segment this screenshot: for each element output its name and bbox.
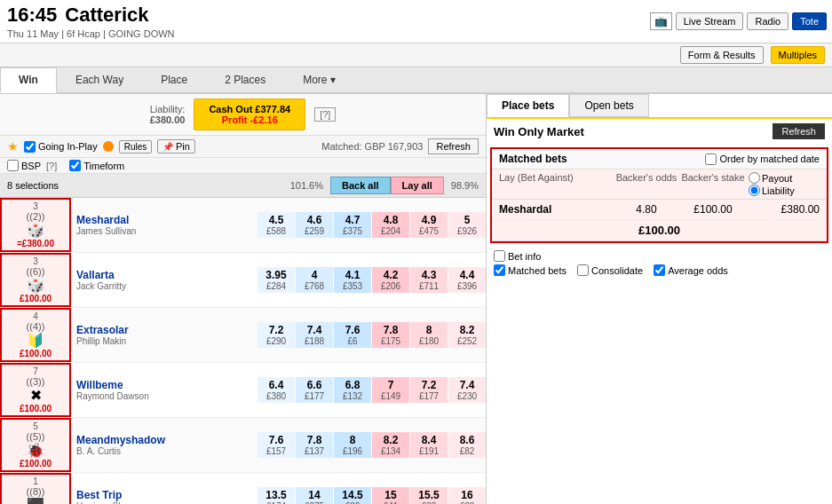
lay-odds-2[interactable]: 8.4 £191 xyxy=(410,432,448,458)
bets-panel: Place bets Open bets Win Only Market Ref… xyxy=(486,94,832,504)
star-icon[interactable]: ★ xyxy=(7,139,19,154)
lay-odds-2[interactable]: 7.2 £177 xyxy=(410,377,448,403)
tab-open-bets[interactable]: Open bets xyxy=(569,94,648,117)
tab-place-bets[interactable]: Place bets xyxy=(487,94,569,117)
bet-stake-value: £100.00 xyxy=(677,203,749,216)
back-odds-2[interactable]: 7.8 £137 xyxy=(296,432,333,458)
runner-details: Willbeme Raymond Dawson xyxy=(71,377,258,403)
runner-icon: ⬛ xyxy=(5,497,66,504)
race-date: Thu 11 May xyxy=(7,28,59,39)
lay-odds-3[interactable]: 8.2 £252 xyxy=(448,322,486,348)
back-odds-1[interactable]: 4.7 £375 xyxy=(334,212,371,238)
back-odds-2[interactable]: 4 £768 xyxy=(296,267,333,293)
market-panel: Liability: £380.00 Cash Out £377.84 Prof… xyxy=(0,94,486,504)
live-stream-button[interactable]: Live Stream xyxy=(676,12,744,30)
odds-grid: 4.5 £588 4.6 £259 4.7 £375 4.8 £204 4.9 xyxy=(258,212,486,238)
lay-odds-2[interactable]: 8 £180 xyxy=(410,322,448,348)
lay-odds-2[interactable]: 15.5 £33 xyxy=(410,487,448,504)
tab-win[interactable]: Win xyxy=(0,67,57,93)
cashout-button[interactable]: Cash Out £377.84 Profit -£2.16 xyxy=(194,98,305,130)
bet-info-checkbox[interactable]: Bet info xyxy=(494,250,541,262)
runner-amount: £100.00 xyxy=(5,349,66,358)
runner-number: 3((2)) xyxy=(5,201,66,222)
lay-odds-2[interactable]: 4.3 £711 xyxy=(410,267,448,293)
bets-header: Win Only Market Refresh xyxy=(487,119,832,144)
runner-number: 5((5)) xyxy=(5,421,66,442)
tab-more[interactable]: More ▾ xyxy=(284,67,354,92)
lay-odds-1[interactable]: 8.2 £134 xyxy=(372,432,409,458)
back-odds-1[interactable]: 4.1 £353 xyxy=(334,267,371,293)
race-distance: 6f Hcap xyxy=(67,28,100,39)
back-odds-3[interactable]: 4.5 £588 xyxy=(258,212,295,238)
back-odds-3[interactable]: 3.95 £284 xyxy=(258,267,295,293)
back-odds-3[interactable]: 6.4 £380 xyxy=(258,377,295,403)
header-buttons: 📺 Live Stream Radio Tote xyxy=(645,0,832,43)
bsp-row: BSP [?] Timeform xyxy=(0,158,486,174)
back-odds-3[interactable]: 7.2 £290 xyxy=(258,322,295,348)
back-odds-2[interactable]: 6.6 £177 xyxy=(296,377,333,403)
going-in-play-checkbox[interactable]: Going In-Play xyxy=(24,141,98,153)
bsp-checkbox[interactable]: BSP xyxy=(7,160,41,171)
back-odds-1[interactable]: 14.5 £86 xyxy=(334,487,371,504)
runner-number: 4((4)) xyxy=(5,311,66,332)
odds-grid: 3.95 £284 4 £768 4.1 £353 4.2 £206 4.3 xyxy=(258,267,486,293)
liability-label: Liability: £380.00 xyxy=(150,104,186,125)
back-odds-1[interactable]: 7.6 £6 xyxy=(334,322,371,348)
back-odds-2[interactable]: 4.6 £259 xyxy=(296,212,333,238)
multiples-button[interactable]: Multiples xyxy=(771,46,825,64)
lay-odds-1[interactable]: 7.8 £175 xyxy=(372,322,409,348)
runner-row: 1((8)) ⬛ £100.00 Best Trip Harrison Shaw… xyxy=(0,473,486,504)
liability-radio[interactable]: Liability xyxy=(749,185,820,196)
lay-odds-1[interactable]: 4.8 £204 xyxy=(372,212,409,238)
runner-number: 3((6)) xyxy=(5,256,66,277)
back-odds-2[interactable]: 14 £275 xyxy=(296,487,333,504)
runner-icon: 🎲 xyxy=(5,222,66,239)
runner-name: Best Trip xyxy=(76,489,252,501)
radio-button[interactable]: Radio xyxy=(747,12,788,30)
lay-odds-1[interactable]: 15 £41 xyxy=(372,487,409,504)
tote-button[interactable]: Tote xyxy=(792,12,827,30)
race-details: Thu 11 May | 6f Hcap | GOING DOWN xyxy=(7,28,638,39)
bet-info-section: Bet info Matched bets Consolidate Averag… xyxy=(487,247,832,282)
back-odds-3[interactable]: 7.6 £157 xyxy=(258,432,295,458)
back-odds-1[interactable]: 8 £196 xyxy=(334,432,371,458)
tab-2-places[interactable]: 2 Places xyxy=(206,67,284,92)
lay-odds-3[interactable]: 5 £926 xyxy=(448,212,486,238)
payout-radio[interactable]: Payout xyxy=(749,172,820,184)
runners-table: 3((2)) 🎲 =£380.00 Meshardal James Sulliv… xyxy=(0,198,486,504)
bet-info-row: Bet info xyxy=(494,250,825,262)
pin-button[interactable]: 📌 Pin xyxy=(157,139,195,154)
lay-odds-3[interactable]: 16 £88 xyxy=(448,487,486,504)
order-by-date-checkbox[interactable]: Order by matched date xyxy=(705,154,820,165)
timeform-checkbox[interactable]: Timeform xyxy=(69,160,124,171)
back-odds-3[interactable]: 13.5 £174 xyxy=(258,487,295,504)
runner-name: Meshardal xyxy=(76,214,252,226)
tab-place[interactable]: Place xyxy=(142,67,206,92)
runner-name: Meandmyshadow xyxy=(76,434,252,446)
controls-row: ★ Going In-Play Rules 📌 Pin Matched: GBP… xyxy=(0,136,486,158)
lay-odds-1[interactable]: 7 £149 xyxy=(372,377,409,403)
lay-all-button[interactable]: Lay all xyxy=(391,177,444,194)
lay-odds-3[interactable]: 4.4 £396 xyxy=(448,267,486,293)
rules-button[interactable]: Rules xyxy=(119,140,153,154)
lay-odds-3[interactable]: 8.6 £82 xyxy=(448,432,486,458)
bets-column-headers: Lay (Bet Against) Backer's odds Backer's… xyxy=(492,169,827,200)
col-payout-header: Payout Liability xyxy=(749,172,820,196)
average-odds-checkbox[interactable]: Average odds xyxy=(654,264,728,276)
runner-row: 3((2)) 🎲 =£380.00 Meshardal James Sulliv… xyxy=(0,198,486,253)
cashout-help[interactable]: [?] xyxy=(314,107,336,122)
back-all-button[interactable]: Back all xyxy=(330,177,391,194)
back-odds-1[interactable]: 6.8 £132 xyxy=(334,377,371,403)
bsp-help[interactable]: [?] xyxy=(46,161,57,171)
runner-info: 7((3)) ✖ £100.00 xyxy=(0,363,71,417)
refresh-button[interactable]: Refresh xyxy=(428,138,479,154)
lay-odds-3[interactable]: 7.4 £230 xyxy=(448,377,486,403)
consolidate-checkbox[interactable]: Consolidate xyxy=(577,264,643,276)
back-odds-2[interactable]: 7.4 £188 xyxy=(296,322,333,348)
lay-odds-2[interactable]: 4.9 £475 xyxy=(410,212,448,238)
tab-each-way[interactable]: Each Way xyxy=(57,67,142,92)
lay-odds-1[interactable]: 4.2 £206 xyxy=(372,267,409,293)
matched-bets-filter-checkbox[interactable]: Matched bets xyxy=(494,264,567,276)
bets-refresh-button[interactable]: Refresh xyxy=(773,123,825,139)
form-results-button[interactable]: Form & Results xyxy=(680,46,764,64)
